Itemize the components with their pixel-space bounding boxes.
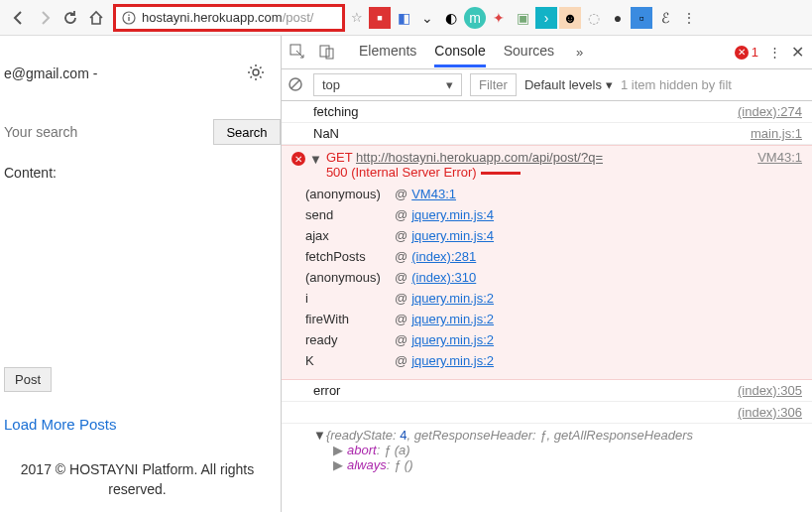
console-output: fetching (index):274 NaN main.js:1 ✕ ▼ G… [282,101,812,512]
url-path: /post/ [283,10,314,25]
ext-icon-7[interactable]: ▣ [512,7,533,29]
stack-link[interactable]: (index):310 [411,270,476,285]
log-source-link[interactable]: (index):305 [738,383,802,398]
filter-input[interactable]: Filter [470,73,517,96]
stack-frame: (anonymous)@VM43:1 [305,184,802,204]
log-entry: NaN main.js:1 [282,123,812,145]
ext-icon-10[interactable]: ◌ [583,7,605,29]
back-button[interactable] [6,5,32,31]
device-toggle-icon[interactable] [319,44,337,62]
object-log: ▼{readyState: 4, getResponseHeader: ƒ, g… [282,424,812,478]
svg-rect-1 [128,17,129,21]
tab-console[interactable]: Console [434,37,485,67]
tab-sources[interactable]: Sources [504,37,554,67]
ext-icon-13[interactable]: ℰ [654,7,676,29]
stack-link[interactable]: jquery.min.js:2 [411,312,494,326]
browser-toolbar: hostayni.herokuapp.com/post/ ☆ ■ ◧ ⌄ ◐ m… [0,0,812,36]
forward-button[interactable] [32,5,58,31]
svg-point-3 [253,69,259,75]
ext-icon-2[interactable]: ◧ [393,7,414,29]
ext-icon-12[interactable]: ▫ [631,7,652,29]
svg-line-8 [291,80,299,88]
ext-icon-6[interactable]: ✦ [488,7,510,29]
annotation-underline [481,172,521,175]
stack-link[interactable]: VM43:1 [411,187,456,201]
log-entry: fetching (index):274 [282,101,812,123]
ext-icon-3[interactable]: ⌄ [416,7,438,29]
load-more-link[interactable]: Load More Posts [4,416,281,433]
stack-link[interactable]: jquery.min.js:2 [411,291,494,306]
log-source-link[interactable]: (index):274 [738,104,802,119]
expand-caret-icon[interactable]: ▶ [333,457,343,472]
expand-caret-icon[interactable]: ▼ [313,428,326,443]
error-url[interactable]: http://hostayni.herokuapp.com/api/post/?… [356,150,603,165]
error-source-link[interactable]: VM43:1 [757,150,802,165]
stack-frame: send@jquery.min.js:4 [305,204,802,225]
log-source-link[interactable]: main.js:1 [751,126,802,141]
gear-icon[interactable] [247,64,267,83]
expand-caret-icon[interactable]: ▶ [333,443,343,457]
ext-icon-11[interactable]: ● [607,7,629,29]
stack-frame: K@jquery.min.js:2 [305,350,802,371]
inspect-icon[interactable] [290,44,307,62]
stack-link[interactable]: (index):281 [411,249,476,264]
devtools-panel: Elements Console Sources » ✕1 ⋮ ✕ top Fi… [281,36,812,512]
stack-frame: i@jquery.min.js:2 [305,288,802,309]
stack-frame: ajax@jquery.min.js:4 [305,225,802,246]
console-filter-bar: top Filter Default levels ▾ 1 item hidde… [282,69,812,101]
tab-elements[interactable]: Elements [359,37,416,67]
stack-link[interactable]: jquery.min.js:2 [411,353,494,368]
footer-text: 2017 © HOSTAYNI Platform. All rights res… [4,460,281,499]
reload-button[interactable] [58,5,83,31]
error-indicator[interactable]: ✕1 [735,45,758,60]
clear-console-icon[interactable] [288,76,305,94]
log-source-link[interactable]: (index):306 [738,405,802,420]
stack-frame: fetchPosts@(index):281 [305,246,802,267]
user-email: e@gmail.com - [4,65,97,81]
ext-icon-4[interactable]: ◐ [440,7,462,29]
context-selector[interactable]: top [313,73,462,96]
ext-icon-5[interactable]: m [464,7,486,29]
hidden-items-text: 1 item hidden by filt [621,77,732,92]
devtools-tabbar: Elements Console Sources » ✕1 ⋮ ✕ [282,36,812,69]
log-entry: error (index):305 [282,380,812,402]
extensions-tray: ■ ◧ ⌄ ◐ m ✦ ▣ › ☻ ◌ ● ▫ ℰ ⋮ [369,7,700,29]
ext-icon-14[interactable]: ⋮ [678,7,700,29]
error-icon: ✕ [291,152,305,166]
devtools-close-icon[interactable]: ✕ [791,43,804,62]
svg-rect-2 [128,14,129,15]
url-host: hostayni.herokuapp.com [142,10,283,25]
post-button[interactable]: Post [4,367,52,392]
stack-link[interactable]: jquery.min.js:2 [411,332,494,347]
log-level-selector[interactable]: Default levels ▾ [524,77,613,92]
stack-link[interactable]: jquery.min.js:4 [411,207,494,222]
error-entry: ✕ ▼ GET http://hostayni.herokuapp.com/ap… [282,145,812,380]
stack-frame: ready@jquery.min.js:2 [305,329,802,350]
ext-icon-8[interactable]: › [535,7,557,29]
stack-frame: fireWith@jquery.min.js:2 [305,309,802,329]
ext-icon-9[interactable]: ☻ [559,7,581,29]
address-bar[interactable]: hostayni.herokuapp.com/post/ [113,4,345,32]
search-input[interactable] [4,124,213,140]
stack-trace: (anonymous)@VM43:1 send@jquery.min.js:4 … [305,184,802,371]
content-label: Content: [4,165,281,181]
ext-icon-1[interactable]: ■ [369,7,391,29]
log-entry: (index):306 [282,402,812,424]
bookmark-star-icon[interactable]: ☆ [351,10,363,25]
home-button[interactable] [83,5,109,31]
search-button[interactable]: Search [213,119,281,145]
devtools-menu-icon[interactable]: ⋮ [768,45,781,60]
svg-rect-5 [320,46,329,57]
more-tabs-icon[interactable]: » [576,45,583,60]
page-content: e@gmail.com - Search Content: Post Load … [0,36,281,512]
collapse-caret-icon[interactable]: ▼ [309,152,322,167]
stack-link[interactable]: jquery.min.js:4 [411,228,494,243]
info-icon [122,11,136,25]
stack-frame: (anonymous)@(index):310 [305,267,802,288]
